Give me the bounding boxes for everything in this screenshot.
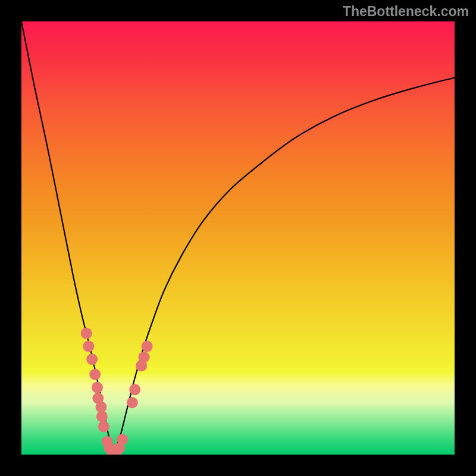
- watermark-text: TheBottleneck.com: [343, 4, 469, 20]
- data-marker: [83, 341, 94, 352]
- data-marker: [81, 328, 92, 339]
- marker-layer: [81, 328, 153, 455]
- data-marker: [98, 421, 109, 432]
- data-marker: [129, 384, 140, 395]
- data-marker: [117, 434, 128, 445]
- data-marker: [92, 382, 103, 393]
- outer-frame: TheBottleneck.com: [0, 0, 476, 476]
- data-marker: [139, 352, 150, 363]
- bottleneck-curve-path: [21, 21, 455, 455]
- curve-layer: [21, 21, 455, 455]
- data-marker: [89, 369, 101, 380]
- data-marker: [142, 341, 153, 352]
- data-marker: [96, 411, 108, 422]
- plot-area: [21, 21, 455, 455]
- data-marker: [127, 397, 138, 408]
- curve-svg: [21, 21, 455, 455]
- data-marker: [86, 353, 98, 365]
